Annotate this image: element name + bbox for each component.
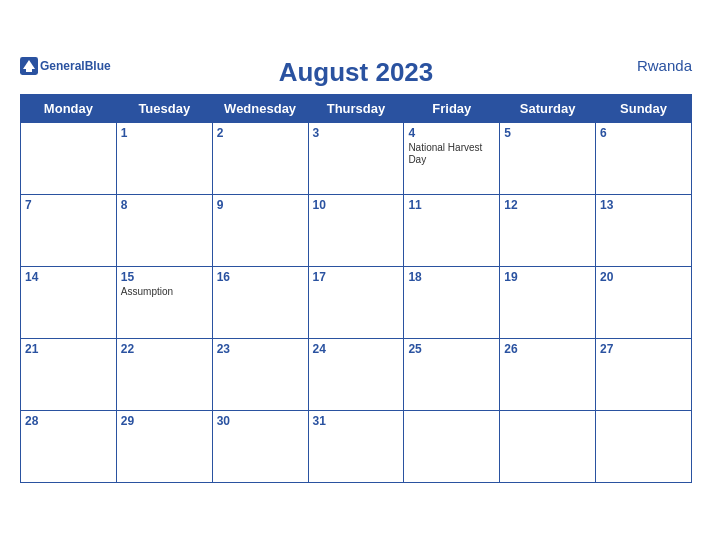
day-cell-4-0: 28 [21, 411, 117, 483]
brand-blue-text: Blue [85, 59, 111, 73]
week-row-3: 1415Assumption1617181920 [21, 267, 692, 339]
week-row-2: 78910111213 [21, 195, 692, 267]
day-number: 5 [504, 126, 591, 140]
day-cell-3-3: 24 [308, 339, 404, 411]
day-number: 26 [504, 342, 591, 356]
day-number: 20 [600, 270, 687, 284]
day-number: 10 [313, 198, 400, 212]
day-cell-1-1: 8 [116, 195, 212, 267]
day-number: 14 [25, 270, 112, 284]
day-number: 30 [217, 414, 304, 428]
day-number: 17 [313, 270, 400, 284]
country-label: Rwanda [637, 57, 692, 74]
week-row-1: 1234National Harvest Day56 [21, 123, 692, 195]
day-number: 16 [217, 270, 304, 284]
day-cell-4-5 [500, 411, 596, 483]
day-cell-3-6: 27 [596, 339, 692, 411]
day-number: 29 [121, 414, 208, 428]
day-cell-2-3: 17 [308, 267, 404, 339]
day-number: 28 [25, 414, 112, 428]
day-cell-3-1: 22 [116, 339, 212, 411]
svg-rect-2 [26, 68, 32, 72]
day-cell-0-4: 4National Harvest Day [404, 123, 500, 195]
day-number: 4 [408, 126, 495, 140]
calendar-wrapper: General Blue August 2023 Rwanda Monday T… [0, 47, 712, 503]
day-cell-2-1: 15Assumption [116, 267, 212, 339]
calendar-table: Monday Tuesday Wednesday Thursday Friday… [20, 94, 692, 483]
day-number: 18 [408, 270, 495, 284]
brand: General Blue [20, 57, 111, 75]
day-cell-0-2: 2 [212, 123, 308, 195]
day-number: 31 [313, 414, 400, 428]
day-cell-4-3: 31 [308, 411, 404, 483]
day-number: 15 [121, 270, 208, 284]
week-row-5: 28293031 [21, 411, 692, 483]
day-cell-4-2: 30 [212, 411, 308, 483]
day-number: 25 [408, 342, 495, 356]
day-number: 7 [25, 198, 112, 212]
day-number: 19 [504, 270, 591, 284]
day-cell-1-5: 12 [500, 195, 596, 267]
day-number: 23 [217, 342, 304, 356]
header-wednesday: Wednesday [212, 95, 308, 123]
day-cell-0-6: 6 [596, 123, 692, 195]
day-cell-4-6 [596, 411, 692, 483]
day-cell-2-6: 20 [596, 267, 692, 339]
day-number: 27 [600, 342, 687, 356]
header-tuesday: Tuesday [116, 95, 212, 123]
header-sunday: Sunday [596, 95, 692, 123]
day-cell-3-5: 26 [500, 339, 596, 411]
header-saturday: Saturday [500, 95, 596, 123]
day-cell-1-3: 10 [308, 195, 404, 267]
calendar-title: August 2023 [20, 57, 692, 88]
day-number: 11 [408, 198, 495, 212]
header-monday: Monday [21, 95, 117, 123]
day-cell-2-4: 18 [404, 267, 500, 339]
header-thursday: Thursday [308, 95, 404, 123]
brand-general: General [40, 59, 85, 73]
day-cell-3-0: 21 [21, 339, 117, 411]
brand-logo: General Blue [20, 57, 111, 75]
holiday-name: Assumption [121, 286, 208, 298]
holiday-name: National Harvest Day [408, 142, 495, 166]
calendar-body: 1234National Harvest Day5678910111213141… [21, 123, 692, 483]
brand-icon [20, 57, 38, 75]
week-row-4: 21222324252627 [21, 339, 692, 411]
day-number: 1 [121, 126, 208, 140]
day-number: 13 [600, 198, 687, 212]
day-cell-3-4: 25 [404, 339, 500, 411]
day-number: 22 [121, 342, 208, 356]
day-cell-1-0: 7 [21, 195, 117, 267]
day-number: 2 [217, 126, 304, 140]
day-number: 3 [313, 126, 400, 140]
day-cell-1-6: 13 [596, 195, 692, 267]
day-cell-0-1: 1 [116, 123, 212, 195]
day-number: 24 [313, 342, 400, 356]
day-cell-3-2: 23 [212, 339, 308, 411]
day-number: 6 [600, 126, 687, 140]
day-number: 9 [217, 198, 304, 212]
day-cell-0-3: 3 [308, 123, 404, 195]
day-cell-2-2: 16 [212, 267, 308, 339]
calendar-header: General Blue August 2023 Rwanda [20, 57, 692, 88]
header-friday: Friday [404, 95, 500, 123]
day-cell-4-4 [404, 411, 500, 483]
day-number: 12 [504, 198, 591, 212]
day-cell-2-5: 19 [500, 267, 596, 339]
day-number: 21 [25, 342, 112, 356]
weekday-header-row: Monday Tuesday Wednesday Thursday Friday… [21, 95, 692, 123]
day-number: 8 [121, 198, 208, 212]
day-cell-2-0: 14 [21, 267, 117, 339]
day-cell-4-1: 29 [116, 411, 212, 483]
day-cell-0-5: 5 [500, 123, 596, 195]
day-cell-0-0 [21, 123, 117, 195]
day-cell-1-2: 9 [212, 195, 308, 267]
day-cell-1-4: 11 [404, 195, 500, 267]
